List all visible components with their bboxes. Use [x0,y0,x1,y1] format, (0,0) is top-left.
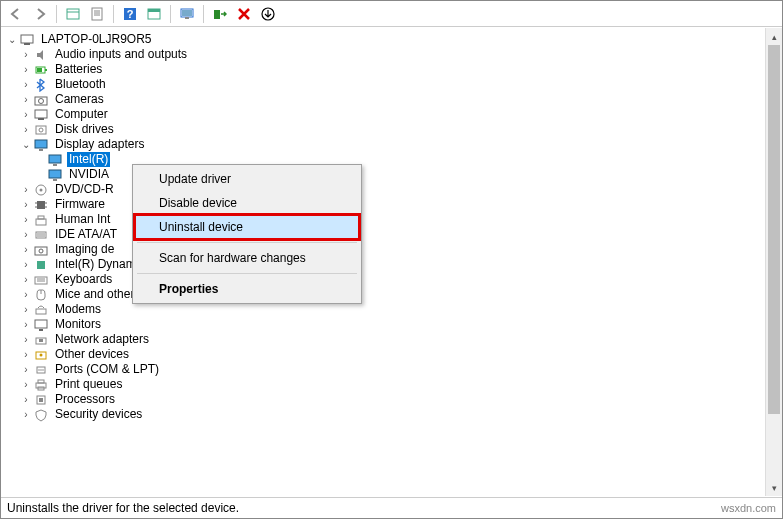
svg-rect-0 [67,9,79,19]
arrow-right-icon [33,7,47,21]
show-hidden-button[interactable] [62,3,84,25]
camera-icon [33,92,49,108]
expander-closed-icon[interactable]: › [19,78,33,92]
menu-uninstall-device[interactable]: Uninstall device [135,215,359,239]
menu-scan-hardware[interactable]: Scan for hardware changes [135,246,359,270]
tree-item-bluetooth[interactable]: ›Bluetooth [5,77,782,92]
scroll-up-icon[interactable]: ▴ [766,28,782,45]
tree-item-printq[interactable]: ›Print queues [5,377,782,392]
tree-item-hid[interactable]: ›Human Int [5,212,782,227]
expander-closed-icon[interactable]: › [19,333,33,347]
tree-item-ide[interactable]: ›IDE ATA/AT [5,227,782,242]
menu-separator [137,242,357,243]
tree-item-modems[interactable]: ›Modems [5,302,782,317]
tree-item-audio[interactable]: ›Audio inputs and outputs [5,47,782,62]
imaging-icon [33,242,49,258]
tree-label: Security devices [53,407,144,422]
expander-closed-icon[interactable]: › [19,378,33,392]
tree-label: DVD/CD-R [53,182,116,197]
svg-point-25 [39,128,43,132]
enable-button[interactable] [209,3,231,25]
expander-closed-icon[interactable]: › [19,318,33,332]
svg-rect-30 [49,170,61,178]
scroll-track[interactable] [766,45,782,479]
svg-rect-12 [185,17,189,19]
device-tree[interactable]: ⌄ LAPTOP-0LJR9OR5 ›Audio inputs and outp… [1,28,782,426]
update-button[interactable] [257,3,279,25]
watermark: wsxdn.com [721,502,776,514]
view-button[interactable] [143,3,165,25]
expander-closed-icon[interactable]: › [19,123,33,137]
expander-closed-icon[interactable]: › [19,408,33,422]
svg-rect-2 [92,8,102,20]
svg-rect-55 [39,339,43,342]
svg-rect-19 [37,68,42,72]
tree-label: Print queues [53,377,124,392]
expander-closed-icon[interactable]: › [19,108,33,122]
expander-closed-icon[interactable]: › [19,273,33,287]
monitor-scan-icon [180,7,194,21]
svg-rect-11 [182,10,192,16]
scan-button[interactable] [176,3,198,25]
hid-icon [33,212,49,228]
scroll-thumb[interactable] [768,45,780,414]
tree-item-mice[interactable]: ›Mice and other pointing devices [5,287,782,302]
tree-item-security[interactable]: ›Security devices [5,407,782,422]
expander-closed-icon[interactable]: › [19,198,33,212]
expander-open-icon[interactable]: ⌄ [19,138,33,152]
device-tree-container: ⌄ LAPTOP-0LJR9OR5 ›Audio inputs and outp… [1,28,782,496]
disable-button[interactable] [233,3,255,25]
tree-item-imaging[interactable]: ›Imaging de [5,242,782,257]
vertical-scrollbar[interactable]: ▴ ▾ [765,28,782,496]
cpu-icon [33,392,49,408]
expander-closed-icon[interactable]: › [19,363,33,377]
help-button[interactable]: ? [119,3,141,25]
expander-closed-icon[interactable]: › [19,213,33,227]
tree-item-nvidia-gpu[interactable]: NVIDIA [5,167,782,182]
expander-closed-icon[interactable]: › [19,63,33,77]
tree-item-ports[interactable]: ›Ports (COM & LPT) [5,362,782,377]
forward-button[interactable] [29,3,51,25]
svg-rect-44 [35,247,47,255]
tree-item-firmware[interactable]: ›Firmware [5,197,782,212]
tree-item-batteries[interactable]: ›Batteries [5,62,782,77]
tree-label: Processors [53,392,117,407]
tree-item-dptf[interactable]: ›Intel(R) Dynamic Platform and Thermal F… [5,257,782,272]
tree-item-keyboards[interactable]: ›Keyboards [5,272,782,287]
tree-label: Keyboards [53,272,114,287]
expander-closed-icon[interactable]: › [19,183,33,197]
tree-root[interactable]: ⌄ LAPTOP-0LJR9OR5 [5,32,782,47]
tree-item-processors[interactable]: ›Processors [5,392,782,407]
port-icon [33,362,49,378]
toolbar: ? [1,1,782,27]
properties-button[interactable] [86,3,108,25]
expander-closed-icon[interactable]: › [19,348,33,362]
expander-closed-icon[interactable]: › [19,393,33,407]
tree-item-monitors[interactable]: ›Monitors [5,317,782,332]
menu-disable-device[interactable]: Disable device [135,191,359,215]
battery-icon [33,62,49,78]
expander-closed-icon[interactable]: › [19,258,33,272]
expander-closed-icon[interactable]: › [19,93,33,107]
expander-closed-icon[interactable]: › [19,228,33,242]
tree-item-other[interactable]: ›Other devices [5,347,782,362]
menu-properties[interactable]: Properties [135,277,359,301]
tree-item-dvd[interactable]: ›DVD/CD-R [5,182,782,197]
expander-open-icon[interactable]: ⌄ [5,33,19,47]
expander-closed-icon[interactable]: › [19,48,33,62]
svg-rect-53 [39,329,43,331]
tree-item-network[interactable]: ›Network adapters [5,332,782,347]
tree-item-disk[interactable]: ›Disk drives [5,122,782,137]
tree-item-computer[interactable]: ›Computer [5,107,782,122]
scroll-down-icon[interactable]: ▾ [766,479,782,496]
tree-label: Modems [53,302,103,317]
tree-item-intel-gpu[interactable]: Intel(R) [5,152,782,167]
expander-closed-icon[interactable]: › [19,288,33,302]
tree-item-display[interactable]: ⌄Display adapters [5,137,782,152]
expander-closed-icon[interactable]: › [19,303,33,317]
expander-closed-icon[interactable]: › [19,243,33,257]
tree-label: IDE ATA/AT [53,227,119,242]
menu-update-driver[interactable]: Update driver [135,167,359,191]
tree-item-cameras[interactable]: ›Cameras [5,92,782,107]
back-button[interactable] [5,3,27,25]
